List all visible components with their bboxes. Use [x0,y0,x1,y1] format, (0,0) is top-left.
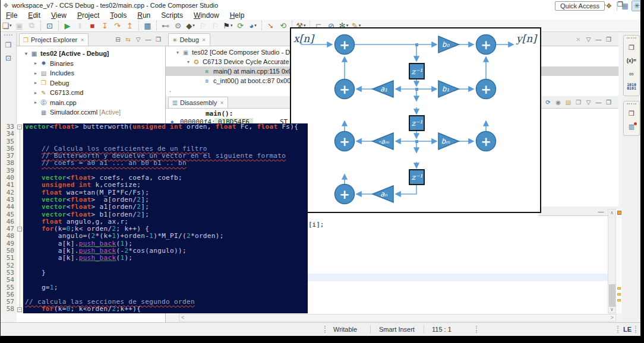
registers-view-icon[interactable]: 1010 0101 [625,81,638,93]
view-menu-button[interactable]: ▽ [133,34,143,44]
expander-icon[interactable]: ▸ [32,80,39,85]
dropdown-arrow-icon[interactable]: ▾ [10,23,12,28]
menu-view[interactable]: View [46,11,72,20]
expander-icon[interactable]: ▸ [32,90,39,96]
menu-scripts[interactable]: Scripts [156,11,188,20]
watchpoint-button[interactable]: ⚐ [210,20,221,31]
menu-tools[interactable]: Tools [105,11,132,20]
tab-disassembly[interactable]: ☰ Disassembly ✕ [168,97,228,108]
dropdown-arrow-icon[interactable]: ▾ [254,23,257,28]
tree-item-tes02[interactable]: ▾▣tes02 [Active - Debug] [17,49,165,59]
code-area[interactable]: vector<float> butterworth(unsigned int o… [23,123,308,313]
connect-target-button[interactable]: ⊷ [160,20,171,31]
lock-pc-button[interactable]: ◉ [553,97,563,107]
dropdown-arrow-icon[interactable]: ▾ [231,23,233,28]
expander-icon[interactable]: ▾ [185,59,192,65]
expander-icon[interactable]: ▸ [32,61,39,66]
skip-breakpoints-button[interactable]: ⚑▾ [222,20,233,31]
tab-project-explorer[interactable]: ❒ Project Explorer ✕ [19,33,89,46]
suspend-button[interactable]: ‖ [74,20,86,31]
tree-item-simulador[interactable]: ▦Simulador.ccxml[Active] [17,107,165,117]
variables-view-icon[interactable]: (x)= [625,55,638,66]
tree-item-binaries[interactable]: ▸✸Binaries [17,59,165,69]
close-icon[interactable]: ✕ [202,37,206,43]
drag-handle[interactable] [324,326,326,333]
flash-button[interactable]: ◆▾ [185,20,196,31]
scroll-up-icon[interactable]: ∧ [610,210,614,215]
drag-handle[interactable] [617,326,618,333]
menu-project[interactable]: Project [72,11,105,20]
occurrence-marker[interactable] [617,293,621,296]
drag-handle[interactable] [476,326,477,333]
menu-file[interactable]: File [1,11,23,20]
remove-terminated-button[interactable]: ✕ [573,34,583,44]
menu-run[interactable]: Run [132,11,156,20]
fold-marker-icon[interactable]: − [17,125,22,129]
step-into-button[interactable]: ↧ [99,20,111,31]
code-overlay-editor[interactable]: 3334353637383940414243444546474849505152… [1,123,308,313]
menu-help[interactable]: Help [225,11,250,20]
occurrence-marker[interactable] [617,287,621,290]
drag-handle[interactable] [4,34,12,38]
maximize-button[interactable]: ❐ [604,34,614,44]
horizontal-scrollbar[interactable]: < > [179,314,616,322]
tree-item-debug[interactable]: ▸❒Debug [17,78,165,88]
open-perspective-button[interactable]: ❖ [604,1,614,11]
scroll-right-icon[interactable]: > [611,315,614,320]
ccs-edit-perspective-button[interactable]: ▦ [620,1,630,11]
menu-window[interactable]: Window [188,11,225,20]
restart-button[interactable]: ⟲ [277,20,289,31]
console-view-button[interactable]: ⊡ [2,52,14,64]
menu-edit[interactable]: Edit [23,11,46,20]
fold-marker-icon[interactable]: − [17,227,22,231]
view-menu-button[interactable]: ▽ [583,97,594,107]
expander-icon[interactable]: ▾ [23,51,30,56]
quick-access-button[interactable]: Quick Access [555,1,605,11]
resume-button[interactable]: ▶ [62,20,73,31]
ccs-debug-perspective-button[interactable]: ✳ [632,1,640,11]
pin-button[interactable]: ❐ [573,97,583,107]
fold-column[interactable]: −−− [17,123,23,313]
scroll-down-icon[interactable]: ∨ [610,307,614,312]
collapse-all-button[interactable]: ⊟ [113,34,123,44]
profile-button[interactable]: ◕▾ [247,20,258,31]
fold-marker-icon[interactable]: − [17,307,22,312]
tab-debug[interactable]: ✳ Debug ✕ [168,33,210,46]
save-button[interactable]: ▣ [14,20,25,31]
expressions-view-icon[interactable]: ∞ [625,68,638,80]
reset-button[interactable]: ⟳ [235,20,246,31]
open-log-button[interactable]: ▤ [563,97,573,107]
scroll-left-icon[interactable]: < [181,315,184,320]
debug-console-button[interactable]: ⊡ [44,20,55,31]
drag-handle[interactable] [627,103,636,106]
tree-item-main[interactable]: ▸ⓒmain.cpp [17,98,165,108]
step-clock-button[interactable]: ➘ [265,20,276,31]
annotation-ruler[interactable] [616,209,622,313]
expander-icon[interactable]: ▾ [174,50,181,55]
tree-item-includes[interactable]: ▸▤Includes [17,68,165,78]
close-icon[interactable]: ✕ [80,37,84,43]
minimize-button[interactable]: — [596,207,606,216]
restore-views-icon[interactable]: ❐ [625,107,638,119]
registers-button[interactable]: ▦ [142,20,153,31]
target-config-button[interactable]: ⚙ [172,20,184,31]
drag-handle[interactable] [635,326,636,333]
vertical-scrollbar[interactable]: ∧ ∨ [608,209,616,313]
save-all-button[interactable]: ⧉ [26,20,37,31]
scrollbar-thumb[interactable] [609,284,615,307]
view-menu-button[interactable]: ▽ [583,34,594,44]
breakpoint-button[interactable]: ⚐ [197,20,209,31]
maximize-button[interactable]: ❐ [604,97,614,107]
occurrence-marker[interactable] [617,299,621,301]
step-over-button[interactable]: ↷ [112,20,123,31]
tree-item-c6713[interactable]: ▸✎C6713.cmd [17,88,165,98]
minimize-button[interactable]: — [594,34,604,44]
restore-views-icon[interactable]: ❐ [625,42,638,53]
close-icon[interactable]: ✕ [220,100,224,106]
minimize-button[interactable]: — [594,97,604,107]
step-return-button[interactable]: ↥ [124,20,135,31]
expander-icon[interactable]: ▸ [32,100,39,105]
maximize-button[interactable]: ❐ [153,34,163,44]
link-editor-button[interactable]: ⇆ [123,34,133,44]
overview-marker[interactable] [617,211,621,215]
